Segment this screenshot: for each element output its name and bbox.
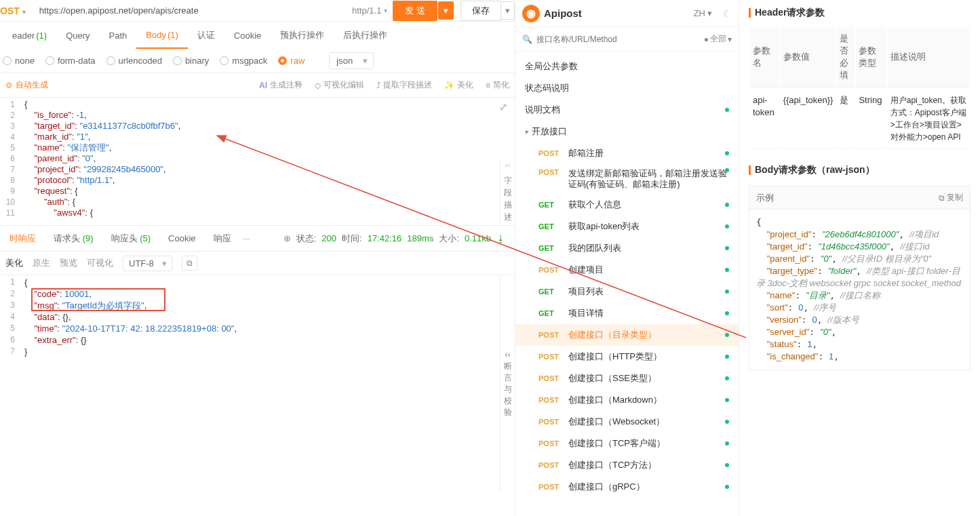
field-desc-sidebar[interactable]: ‹‹ 字段描述 [500, 159, 515, 224]
api-item[interactable]: POST创建接口（Markdown） [515, 389, 739, 411]
tree-docs[interactable]: 说明文档 [515, 99, 739, 121]
encoding-select[interactable]: UTF-8 [123, 256, 172, 271]
lang-select[interactable]: ZH ▾ [694, 8, 712, 18]
chevron-down-icon: ▾ [525, 128, 528, 136]
response-toolbar: 美化 原生 预览 可视化 UTF-8 ⧉ [0, 251, 515, 275]
extract-button[interactable]: ⤴ 提取字段描述 [376, 79, 432, 91]
search-input[interactable] [536, 35, 700, 44]
radio-raw[interactable]: raw [278, 56, 305, 66]
api-item[interactable]: POST创建项目 [515, 259, 739, 281]
example-label: 示例 [756, 192, 774, 204]
save-dropdown[interactable]: ▾ [501, 1, 515, 20]
tab-pre[interactable]: 预执行操作 [271, 22, 334, 49]
chevron-left-icon: ‹‹ [505, 159, 510, 170]
tab-response-headers[interactable]: 响应头 (5) [106, 233, 157, 245]
save-button[interactable]: 保存 [460, 1, 501, 21]
radio-urlencoded[interactable]: urlencoded [106, 56, 162, 66]
tab-cookie[interactable]: Cookie [224, 22, 271, 49]
api-item[interactable]: POST创建接口（HTTP类型） [515, 346, 739, 368]
api-item[interactable]: GET项目列表 [515, 281, 739, 302]
right-panel: Header请求参数 参数名参数值是否必填参数类型描述说明 api-token{… [739, 0, 980, 516]
resp-beautify-button[interactable]: 美化 [5, 257, 23, 269]
tree-status-codes[interactable]: 状态码说明 [515, 77, 739, 99]
assert-sidebar[interactable]: ‹‹ 断言与校验 [500, 275, 515, 492]
search-icon: 🔍 [522, 35, 532, 44]
table-row: api-token{{api_token}}是String用户api_token… [750, 89, 969, 149]
middle-panel: ◉ Apipost ZH ▾ ☾ 🔍 ● 全部 ▾ 全局公共参数 状态码说明 说… [515, 0, 739, 516]
filter-select[interactable]: ● 全部 ▾ [704, 33, 732, 45]
api-item[interactable]: POST创建接口（目录类型） [515, 324, 739, 346]
api-item[interactable]: POST邮箱注册 [515, 142, 739, 164]
bulb-icon: ⚙ [5, 81, 13, 90]
resp-visual-button[interactable]: 可视化 [87, 257, 113, 269]
response-status: ⊕ 状态: 200 时间: 17:42:16 189ms 大小: 0.11kb … [283, 233, 511, 245]
header-params-title: Header请求参数 [749, 7, 971, 19]
left-panel: OST▾ http/1.1▾ 发 送 ▾ 保存 ▾ eader (1) Quer… [0, 0, 515, 516]
tree-global-params[interactable]: 全局公共参数 [515, 56, 739, 77]
ai-comment-button[interactable]: AI 生成注释 [259, 79, 302, 91]
send-dropdown[interactable]: ▾ [438, 1, 454, 20]
resp-raw-button[interactable]: 原生 [33, 257, 50, 269]
copy-response-icon[interactable]: ⧉ [182, 256, 197, 271]
tab-realtime[interactable]: 时响应 [4, 233, 41, 245]
visual-edit-button[interactable]: ◇ 可视化编辑 [315, 79, 364, 91]
tab-path[interactable]: Path [100, 22, 137, 49]
chevron-down-icon: ▾ [707, 8, 712, 18]
response-tabs: 时响应 请求头 (9) 响应头 (5) Cookie 响应 ··· ⊕ 状态: … [0, 225, 515, 251]
tab-request-headers[interactable]: 请求头 (9) [48, 233, 99, 245]
brand-header: ◉ Apipost ZH ▾ ☾ [515, 0, 739, 27]
api-item[interactable]: GET项目详情 [515, 302, 739, 324]
auto-generate-button[interactable]: ⚙自动生成 [5, 79, 48, 91]
resp-preview-button[interactable]: 预览 [60, 257, 77, 269]
api-item[interactable]: GET获取个人信息 [515, 194, 739, 216]
chevron-left-icon: ‹‹ [505, 349, 511, 361]
send-button[interactable]: 发 送 [393, 1, 437, 21]
url-bar: OST▾ http/1.1▾ 发 送 ▾ 保存 ▾ [0, 0, 515, 22]
logo-icon: ◉ [522, 5, 540, 22]
url-input[interactable] [34, 5, 347, 16]
tab-resp-cookie[interactable]: Cookie [163, 233, 201, 243]
radio-msgpack[interactable]: msgpack [220, 56, 267, 66]
theme-toggle-icon[interactable]: ☾ [723, 8, 732, 19]
api-item[interactable]: POST创建接口（SSE类型） [515, 368, 739, 389]
api-item[interactable]: POST创建接口（TCP客户端） [515, 433, 739, 454]
raw-type-select[interactable]: json [329, 52, 374, 69]
api-item[interactable]: GET我的团队列表 [515, 237, 739, 259]
tab-post[interactable]: 后执行操作 [334, 22, 397, 49]
api-item[interactable]: POST创建接口（Websocket） [515, 411, 739, 433]
copy-button[interactable]: ⧉ 复制 [939, 192, 963, 203]
request-tabs: eader (1) Query Path Body (1) 认证 Cookie … [0, 22, 515, 49]
simplify-button[interactable]: ≡ 简化 [486, 79, 509, 91]
api-tree: 全局公共参数 状态码说明 说明文档 ▾开放接口 POST邮箱注册POST发送绑定… [515, 52, 739, 502]
tree-open-api[interactable]: ▾开放接口 [515, 121, 739, 142]
api-item[interactable]: GET获取api-token列表 [515, 216, 739, 237]
api-item[interactable]: POST发送绑定新邮箱验证码，邮箱注册发送验证码(有验证码、邮箱未注册) [515, 164, 739, 194]
radio-formdata[interactable]: form-data [45, 56, 96, 66]
radio-none[interactable]: none [3, 56, 35, 66]
response-body-editor[interactable]: 1234567 { "code": 10001, "msg": "TargetI… [0, 275, 515, 492]
api-item[interactable]: POST创建接口（gRPC） [515, 476, 739, 498]
tab-response[interactable]: 响应 [208, 233, 237, 245]
body-type-radios: none form-data urlencoded binary msgpack… [0, 49, 515, 73]
expand-icon[interactable]: ⤢ [499, 102, 508, 113]
http-version-select[interactable]: http/1.1▾ [347, 5, 393, 16]
download-icon[interactable]: ⭳ [496, 233, 505, 243]
radio-binary[interactable]: binary [173, 56, 209, 66]
brand-title: Apipost [544, 7, 582, 19]
example-block: 示例 ⧉ 复制 { "project_id": "26eb6df4c801000… [749, 186, 971, 370]
globe-icon: ⊕ [283, 233, 291, 243]
body-params-title: Body请求参数（raw-json） [749, 164, 971, 176]
header-params-table: 参数名参数值是否必填参数类型描述说明 api-token{{api_token}… [749, 26, 971, 151]
chevron-down-icon: ▾ [22, 8, 26, 16]
tab-query[interactable]: Query [56, 22, 99, 49]
request-body-editor[interactable]: 1234567891011 { "is_force": -1, "target_… [0, 98, 515, 225]
method-select[interactable]: OST▾ [0, 5, 34, 16]
tab-body[interactable]: Body (1) [136, 22, 188, 49]
tab-auth[interactable]: 认证 [188, 22, 224, 49]
editor-toolbar: ⚙自动生成 AI 生成注释 ◇ 可视化编辑 ⤴ 提取字段描述 ✨ 美化 ≡ 简化 [0, 73, 515, 98]
api-item[interactable]: POST创建接口（TCP方法） [515, 454, 739, 476]
api-search: 🔍 ● 全部 ▾ [515, 27, 739, 52]
beautify-button[interactable]: ✨ 美化 [444, 79, 473, 91]
tab-header[interactable]: eader (1) [3, 22, 56, 49]
more-icon[interactable]: ··· [243, 233, 251, 243]
